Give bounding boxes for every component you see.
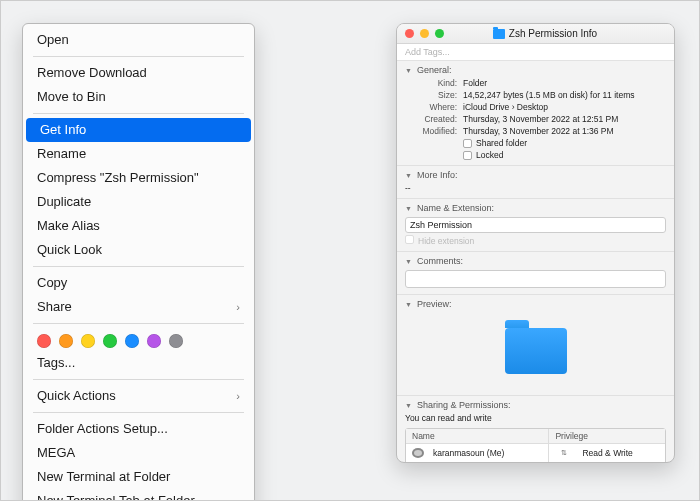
hide-extension-checkbox [405, 235, 414, 244]
title-text: Zsh Permission Info [509, 28, 597, 39]
section-header[interactable]: ▼Preview: [405, 297, 666, 311]
tag-color-gray[interactable] [169, 334, 183, 348]
folder-icon [505, 328, 567, 374]
col-privilege: Privilege [548, 429, 665, 443]
updown-icon[interactable]: ⇅ [555, 447, 573, 459]
checkbox-label: Shared folder [476, 138, 527, 148]
menu-separator [33, 56, 244, 57]
menu-label: Compress "Zsh Permission" [37, 169, 199, 187]
kv-key: Size: [405, 89, 457, 101]
close-button[interactable] [405, 29, 414, 38]
kv-key: Created: [405, 113, 457, 125]
menu-compress[interactable]: Compress "Zsh Permission" [23, 166, 254, 190]
section-title: Comments: [417, 256, 463, 266]
menu-share[interactable]: Share› [23, 295, 254, 319]
locked-checkbox[interactable] [463, 151, 472, 160]
table-row[interactable]: karanmasoun (Me) ⇅Read & Write [406, 444, 665, 463]
menu-label: New Terminal at Folder [37, 468, 170, 486]
tag-color-red[interactable] [37, 334, 51, 348]
name-extension-field[interactable]: Zsh Permission [405, 217, 666, 233]
tags-field[interactable]: Add Tags... [397, 44, 674, 61]
section-title: Name & Extension: [417, 203, 494, 213]
menu-folder-actions[interactable]: Folder Actions Setup... [23, 417, 254, 441]
permissions-caption: You can read and write [405, 412, 666, 426]
disclosure-triangle-icon: ▼ [405, 402, 413, 409]
menu-label: Move to Bin [37, 88, 106, 106]
checkbox-label: Locked [476, 150, 503, 160]
table-header: Name Privilege [406, 429, 665, 444]
menu-copy[interactable]: Copy [23, 271, 254, 295]
tag-color-orange[interactable] [59, 334, 73, 348]
section-header[interactable]: ▼General: [405, 63, 666, 77]
section-header[interactable]: ▼More Info: [405, 168, 666, 182]
menu-label: Share [37, 298, 72, 316]
menu-new-terminal-tab[interactable]: New Terminal Tab at Folder [23, 489, 254, 501]
menu-get-info[interactable]: Get Info [26, 118, 251, 142]
menu-tags[interactable]: Tags... [23, 351, 254, 375]
menu-separator [33, 266, 244, 267]
titlebar[interactable]: Zsh Permission Info [397, 24, 674, 44]
menu-mega[interactable]: MEGA [23, 441, 254, 465]
section-comments: ▼Comments: [397, 252, 674, 295]
menu-remove-download[interactable]: Remove Download [23, 61, 254, 85]
menu-label: Quick Look [37, 241, 102, 259]
section-title: General: [417, 65, 452, 75]
menu-label: Get Info [40, 121, 86, 139]
section-title: Sharing & Permissions: [417, 400, 511, 410]
menu-rename[interactable]: Rename [23, 142, 254, 166]
tag-color-green[interactable] [103, 334, 117, 348]
kv-key: Modified: [405, 125, 457, 137]
kv-value: Folder [463, 77, 487, 89]
menu-duplicate[interactable]: Duplicate [23, 190, 254, 214]
moreinfo-value: -- [405, 182, 411, 194]
menu-separator [33, 323, 244, 324]
shared-folder-checkbox[interactable] [463, 139, 472, 148]
menu-separator [33, 379, 244, 380]
comments-field[interactable] [405, 270, 666, 288]
section-title: Preview: [417, 299, 452, 309]
kv-value: iCloud Drive › Desktop [463, 101, 548, 113]
menu-label: Tags... [37, 354, 75, 372]
disclosure-triangle-icon: ▼ [405, 258, 413, 265]
section-name-extension: ▼Name & Extension: Zsh Permission Hide e… [397, 199, 674, 252]
preview-area [405, 311, 666, 391]
section-header[interactable]: ▼Sharing & Permissions: [405, 398, 666, 412]
menu-open[interactable]: Open [23, 28, 254, 52]
tag-color-row [23, 328, 254, 351]
menu-label: Quick Actions [37, 387, 116, 405]
menu-new-terminal[interactable]: New Terminal at Folder [23, 465, 254, 489]
tag-color-yellow[interactable] [81, 334, 95, 348]
section-header[interactable]: ▼Name & Extension: [405, 201, 666, 215]
info-window: Zsh Permission Info Add Tags... ▼General… [396, 23, 675, 463]
folder-icon [493, 29, 505, 39]
tag-color-purple[interactable] [147, 334, 161, 348]
window-title: Zsh Permission Info [424, 28, 666, 39]
menu-label: Duplicate [37, 193, 91, 211]
kv-value: Thursday, 3 November 2022 at 1:36 PM [463, 125, 614, 137]
disclosure-triangle-icon: ▼ [405, 205, 413, 212]
col-name: Name [406, 429, 548, 443]
menu-separator [33, 412, 244, 413]
menu-quick-look[interactable]: Quick Look [23, 238, 254, 262]
kv-value: 14,52,247 bytes (1.5 MB on disk) for 11 … [463, 89, 635, 101]
kv-value: Thursday, 3 November 2022 at 12:51 PM [463, 113, 618, 125]
menu-separator [33, 113, 244, 114]
section-header[interactable]: ▼Comments: [405, 254, 666, 268]
menu-label: MEGA [37, 444, 75, 462]
chevron-right-icon: › [236, 298, 240, 316]
menu-move-to-bin[interactable]: Move to Bin [23, 85, 254, 109]
perm-name: karanmasoun (Me) [427, 446, 510, 460]
menu-quick-actions[interactable]: Quick Actions› [23, 384, 254, 408]
chevron-right-icon: › [236, 387, 240, 405]
disclosure-triangle-icon: ▼ [405, 172, 413, 179]
menu-label: Folder Actions Setup... [37, 420, 168, 438]
section-title: More Info: [417, 170, 458, 180]
context-menu: Open Remove Download Move to Bin Get Inf… [22, 23, 255, 501]
menu-make-alias[interactable]: Make Alias [23, 214, 254, 238]
disclosure-triangle-icon: ▼ [405, 67, 413, 74]
menu-label: Make Alias [37, 217, 100, 235]
menu-label: New Terminal Tab at Folder [37, 492, 195, 501]
tag-color-blue[interactable] [125, 334, 139, 348]
section-moreinfo: ▼More Info: -- [397, 166, 674, 199]
section-sharing: ▼Sharing & Permissions: You can read and… [397, 396, 674, 463]
